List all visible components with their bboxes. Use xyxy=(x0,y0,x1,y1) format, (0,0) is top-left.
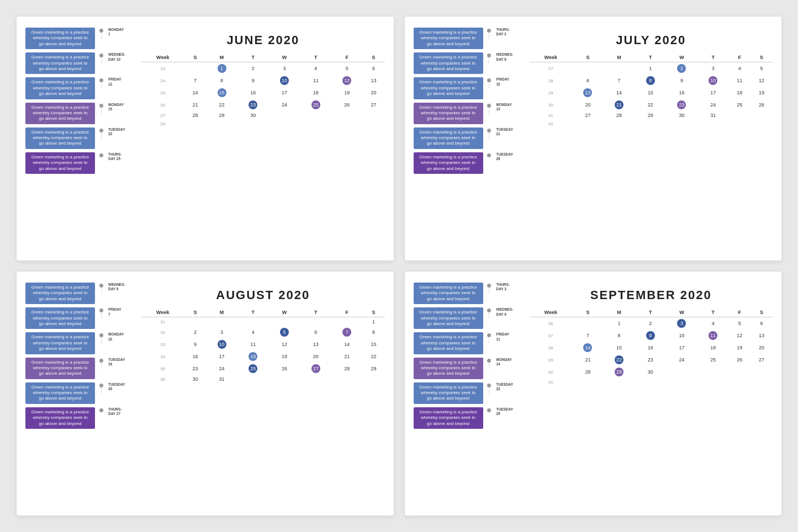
slide-june: Green marketing is a practice whereby co… xyxy=(17,17,394,260)
col-m: M xyxy=(206,53,237,62)
timeline-june: Green marketing is a practice whereby co… xyxy=(25,28,136,249)
main-grid: Green marketing is a practice whereby co… xyxy=(0,0,798,532)
calendar-june: JUNE 2020 Week S M T W T F S xyxy=(136,28,385,249)
event-block: Green marketing is a practice whereby co… xyxy=(414,77,483,99)
table-row: 24 789 10 11 12 13 xyxy=(141,75,385,87)
month-title: JULY 2020 xyxy=(530,33,773,47)
event-block: Green marketing is a practice whereby co… xyxy=(25,332,95,354)
event-block: Green marketing is a practice whereby co… xyxy=(25,307,95,329)
col-w: W xyxy=(269,53,300,62)
event-block: Green marketing is a practice whereby co… xyxy=(25,52,95,74)
table-row: 33 9 10 1112131415 xyxy=(141,338,385,350)
col-s1: S xyxy=(184,53,207,62)
col-t2: T xyxy=(300,53,331,62)
month-title: AUGUST 2020 xyxy=(141,288,385,302)
event-block: Green marketing is a practice whereby co… xyxy=(25,382,95,404)
table-row: 31 1 xyxy=(141,317,385,327)
event-block: Green marketing is a practice whereby co… xyxy=(414,103,483,124)
slide-august: Green marketing is a practice whereby co… xyxy=(17,272,394,515)
col-s2: S xyxy=(363,53,385,62)
table-row: 36 12 3 456 xyxy=(530,317,773,330)
table-row: 40 28 29 30 xyxy=(530,366,773,378)
event-block: Green marketing is a practice whereby co… xyxy=(25,407,95,429)
table-row: 28 xyxy=(141,120,385,128)
event-block: Green marketing is a practice whereby co… xyxy=(25,358,95,379)
table-row: 34 1617 18 19202122 xyxy=(141,350,385,363)
event-block: Green marketing is a practice whereby co… xyxy=(414,382,483,404)
table-row: 32 xyxy=(530,120,773,128)
table-row: 36 3031 xyxy=(141,375,385,384)
event-block: Green marketing is a practice whereby co… xyxy=(414,52,483,74)
table-row: 35 2324 25 26 27 2829 xyxy=(141,363,385,375)
calendar-july: JULY 2020 Week SMTWTFS 27 1 2 345 xyxy=(524,28,773,249)
table-row: 23 1 23456 xyxy=(141,62,385,75)
event-block: Green marketing is a practice whereby co… xyxy=(25,28,95,49)
event-block: Green marketing is a practice whereby co… xyxy=(25,103,95,124)
cal-table-august: Week SMTWTFS 31 1 32 234 5 6 7 xyxy=(141,308,385,384)
event-block: Green marketing is a practice whereby co… xyxy=(414,332,483,354)
cal-table-september: Week SMTWTFS 36 12 3 456 37 78 9 xyxy=(530,308,773,386)
event-block: Green marketing is a practice whereby co… xyxy=(414,127,483,149)
event-block: Green marketing is a practice whereby co… xyxy=(25,127,95,149)
table-row: 37 78 9 10 11 1213 xyxy=(530,329,773,342)
event-block: Green marketing is a practice whereby co… xyxy=(414,28,483,49)
col-t1: T xyxy=(237,53,269,62)
col-week: Week xyxy=(530,53,573,62)
table-row: 26 2122 23 24 25 2627 xyxy=(141,99,385,111)
slide-july: Green marketing is a practice whereby co… xyxy=(405,17,782,260)
table-row: 30 20 21 22 23 242526 xyxy=(530,99,773,111)
cal-table-july: Week SMTWTFS 27 1 2 345 28 67 8 xyxy=(530,53,773,128)
table-row: 41 xyxy=(530,378,773,386)
event-block: Green marketing is a practice whereby co… xyxy=(25,77,95,99)
table-row: 27 282930 xyxy=(141,111,385,120)
cal-table-june: Week S M T W T F S 23 1 234 xyxy=(141,53,385,128)
event-block: Green marketing is a practice whereby co… xyxy=(414,358,483,379)
slide-september: Green marketing is a practice whereby co… xyxy=(405,272,782,515)
table-row: 32 234 5 6 7 8 xyxy=(141,326,385,338)
col-week: Week xyxy=(141,53,184,62)
table-row: 25 14 15 1617181920 xyxy=(141,87,385,99)
table-row: 27 1 2 345 xyxy=(530,62,773,75)
timeline-september: Green marketing is a practice whereby co… xyxy=(414,283,524,504)
table-row: 39 21 22 2324252627 xyxy=(530,354,773,366)
event-block: Green marketing is a practice whereby co… xyxy=(414,283,483,304)
month-title: JUNE 2020 xyxy=(141,33,385,47)
month-title: SEPTEMBER 2020 xyxy=(530,288,773,302)
event-block: Green marketing is a practice whereby co… xyxy=(25,283,95,304)
table-row: 31 2728293031 xyxy=(530,111,773,120)
col-f: F xyxy=(331,53,363,62)
event-block: Green marketing is a practice whereby co… xyxy=(414,152,483,174)
table-row: 38 14 151617181920 xyxy=(530,342,773,354)
timeline-july: Green marketing is a practice whereby co… xyxy=(414,28,524,249)
table-row: 28 67 8 9 10 1112 xyxy=(530,75,773,87)
calendar-august: AUGUST 2020 Week SMTWTFS 31 1 32 234 xyxy=(136,283,385,504)
table-row: 29 13 141516171819 xyxy=(530,87,773,99)
event-block: Green marketing is a practice whereby co… xyxy=(414,407,483,429)
event-block: Green marketing is a practice whereby co… xyxy=(25,152,95,174)
event-block: Green marketing is a practice whereby co… xyxy=(414,307,483,329)
timeline-august: Green marketing is a practice whereby co… xyxy=(25,283,136,504)
calendar-september: SEPTEMBER 2020 Week SMTWTFS 36 12 3 456 xyxy=(524,283,773,504)
